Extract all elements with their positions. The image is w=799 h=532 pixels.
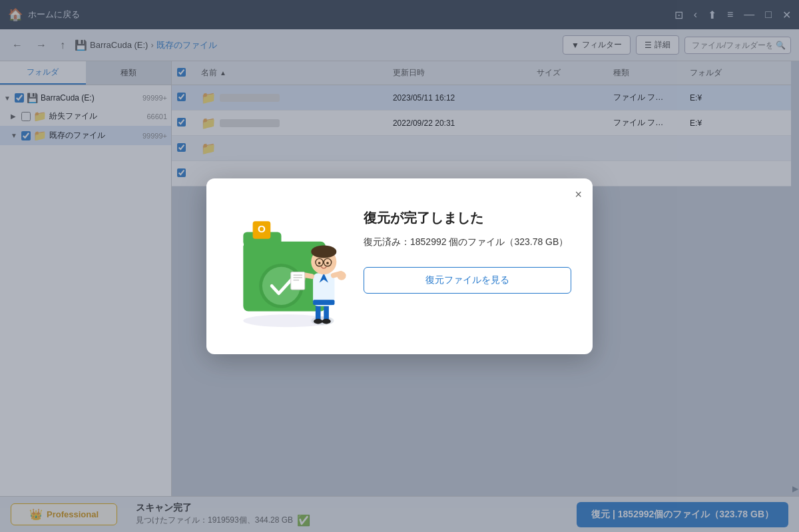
view-restored-button[interactable]: 復元ファイルを見る [364, 267, 571, 294]
svg-text:O: O [258, 223, 266, 234]
svg-rect-26 [291, 272, 305, 290]
modal-description: 復元済み：1852992 個のファイル（323.78 GB） [364, 236, 571, 248]
svg-rect-8 [316, 304, 321, 322]
svg-point-24 [318, 262, 321, 264]
modal-close-button[interactable]: × [575, 188, 582, 202]
modal-illustration: O [228, 197, 348, 333]
svg-point-18 [337, 271, 346, 280]
svg-rect-9 [324, 304, 329, 322]
modal-overlay: × O [0, 0, 799, 532]
modal-title: 復元が完了しました [364, 209, 571, 227]
svg-point-25 [326, 262, 329, 264]
modal-content: 復元が完了しました 復元済み：1852992 個のファイル（323.78 GB）… [364, 197, 571, 294]
svg-point-20 [311, 245, 336, 258]
svg-rect-13 [313, 300, 334, 305]
svg-point-10 [314, 318, 322, 324]
completion-modal: × O [206, 178, 593, 354]
svg-point-11 [322, 318, 330, 324]
